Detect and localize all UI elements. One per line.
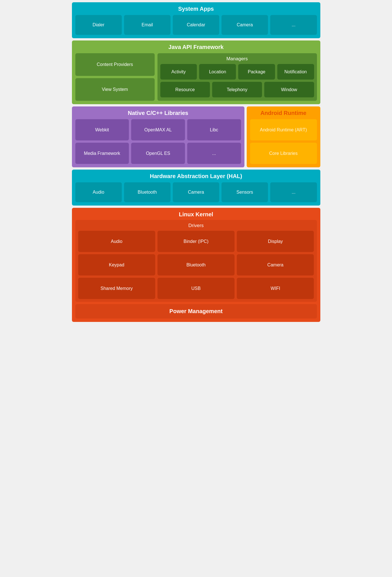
native-row-2: Media Framework OpenGL ES ...	[75, 143, 241, 164]
libc-card: Libc	[187, 119, 241, 140]
hal-audio-card: Audio	[75, 182, 122, 202]
hal-cards: Audio Bluetooth Camera Sensors ...	[75, 182, 317, 202]
content-providers-card: Content Providers	[75, 53, 155, 76]
java-api-right: Managers Activity Location Package Notif…	[157, 53, 317, 101]
java-api-title: Java API Framework	[75, 44, 317, 50]
binder-driver-card: Binder (IPC)	[157, 231, 235, 252]
resource-manager-card: Resource	[160, 82, 210, 97]
drivers-row-2: Keypad Bluetooth Camera	[78, 254, 314, 275]
package-manager-card: Package	[238, 64, 275, 80]
keypad-driver-card: Keypad	[78, 254, 155, 275]
usb-driver-card: USB	[157, 278, 235, 299]
java-api-left: Content Providers View System	[75, 53, 155, 101]
native-more-card: ...	[187, 143, 241, 164]
email-card: Email	[124, 15, 171, 35]
native-runtime-row: Native C/C++ Libraries Webkit OpenMAX AL…	[72, 106, 320, 167]
webkit-card: Webkit	[75, 119, 129, 140]
shared-memory-driver-card: Shared Memory	[78, 278, 155, 299]
notification-manager-card: Notification	[277, 64, 314, 80]
hal-layer: Hardware Abstraction Layer (HAL) Audio B…	[72, 170, 320, 206]
camera-card: Camera	[221, 15, 268, 35]
java-api-inner: Content Providers View System Managers A…	[75, 53, 317, 101]
bluetooth-driver-card: Bluetooth	[157, 254, 235, 275]
android-runtime-title: Android Runtime	[250, 110, 317, 116]
drivers-section: Drivers Audio Binder (IPC) Display Keypa…	[75, 220, 317, 302]
system-apps-title: System Apps	[75, 6, 317, 12]
opengl-card: OpenGL ES	[131, 143, 185, 164]
hal-bluetooth-card: Bluetooth	[124, 182, 171, 202]
hal-camera-card: Camera	[173, 182, 219, 202]
telephony-manager-card: Telephony	[212, 82, 262, 97]
drivers-row-3: Shared Memory USB WIFI	[78, 278, 314, 299]
hal-sensors-card: Sensors	[221, 182, 268, 202]
more-card: ...	[270, 15, 317, 35]
native-row-1: Webkit OpenMAX AL Libc	[75, 119, 241, 140]
managers-grid: Activity Location Package Notification R…	[160, 64, 314, 97]
display-driver-card: Display	[237, 231, 314, 252]
system-apps-cards: Dialer Email Calendar Camera ...	[75, 15, 317, 35]
power-management-card: Power Management	[75, 304, 317, 319]
core-libraries-card: Core Libraries	[250, 143, 317, 164]
android-runtime-layer: Android Runtime Android Runtime (ART) Co…	[247, 106, 320, 167]
calendar-card: Calendar	[173, 15, 219, 35]
linux-kernel-layer: Linux Kernel Drivers Audio Binder (IPC) …	[72, 208, 320, 322]
hal-more-card: ...	[270, 182, 317, 202]
drivers-grid: Audio Binder (IPC) Display Keypad Blueto…	[78, 231, 314, 299]
native-grid: Webkit OpenMAX AL Libc Media Framework O…	[75, 119, 241, 164]
managers-row-2: Resource Telephony Window	[160, 82, 314, 97]
system-apps-layer: System Apps Dialer Email Calendar Camera…	[72, 2, 320, 38]
drivers-title: Drivers	[78, 223, 314, 228]
camera-driver-card: Camera	[237, 254, 314, 275]
drivers-row-1: Audio Binder (IPC) Display	[78, 231, 314, 252]
openmax-card: OpenMAX AL	[131, 119, 185, 140]
hal-title: Hardware Abstraction Layer (HAL)	[75, 173, 317, 179]
wifi-driver-card: WIFI	[237, 278, 314, 299]
managers-row-1: Activity Location Package Notification	[160, 64, 314, 80]
java-api-layer: Java API Framework Content Providers Vie…	[72, 40, 320, 104]
media-framework-card: Media Framework	[75, 143, 129, 164]
audio-driver-card: Audio	[78, 231, 155, 252]
native-title: Native C/C++ Libraries	[75, 110, 241, 116]
location-manager-card: Location	[199, 64, 236, 80]
view-system-card: View System	[75, 78, 155, 101]
dialer-card: Dialer	[75, 15, 122, 35]
window-manager-card: Window	[264, 82, 314, 97]
linux-title: Linux Kernel	[75, 211, 317, 218]
activity-manager-card: Activity	[160, 64, 197, 80]
native-libraries-layer: Native C/C++ Libraries Webkit OpenMAX AL…	[72, 106, 244, 167]
managers-title: Managers	[160, 56, 314, 62]
art-card: Android Runtime (ART)	[250, 119, 317, 140]
